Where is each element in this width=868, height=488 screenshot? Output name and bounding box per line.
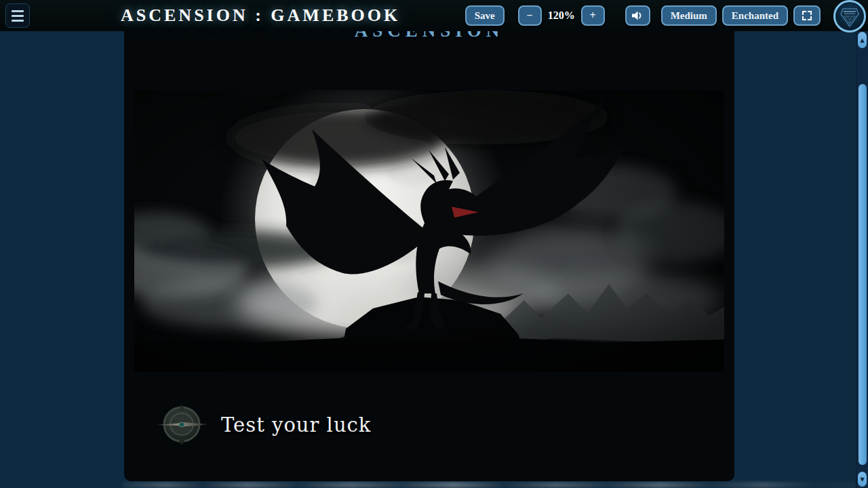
choice-test-your-luck[interactable]: Test your luck [155, 403, 371, 447]
difficulty-button[interactable]: Medium [661, 5, 717, 26]
gamebook-page-panel: ASCENSION [124, 0, 734, 481]
scroll-down-button[interactable]: ▼ [858, 472, 867, 487]
scroll-up-icon: ▲ [860, 37, 864, 43]
mode-button[interactable]: Enchanted [722, 5, 788, 26]
top-toolbar: ASCENSION : GAMEBOOK Save − 120% + Mediu… [0, 0, 868, 31]
compass-sword-icon [155, 404, 209, 446]
hamburger-icon [12, 10, 24, 12]
bottom-page-edge [122, 482, 859, 488]
fullscreen-icon [802, 10, 812, 21]
zoom-out-button[interactable]: − [518, 5, 542, 26]
scroll-up-button[interactable]: ▲ [858, 32, 867, 48]
save-button[interactable]: Save [465, 5, 505, 26]
game-logo[interactable] [833, 0, 866, 33]
vertical-scrollbar[interactable]: ▲ ▼ [856, 30, 868, 488]
fullscreen-button[interactable] [793, 5, 821, 26]
game-logo-emblem [839, 5, 861, 28]
zoom-in-button[interactable]: + [581, 5, 605, 26]
scroll-down-icon: ▼ [860, 476, 864, 483]
speaker-icon [631, 10, 644, 21]
choice-label: Test your luck [221, 413, 371, 436]
dragon-moon-illustration [134, 90, 724, 372]
zoom-level: 120% [548, 9, 575, 22]
dragon-moon-svg [134, 90, 724, 372]
hamburger-menu-button[interactable] [5, 3, 30, 28]
sound-button[interactable] [625, 5, 650, 26]
app-title: ASCENSION : GAMEBOOK [121, 5, 400, 26]
scrollbar-thumb[interactable] [859, 84, 867, 465]
